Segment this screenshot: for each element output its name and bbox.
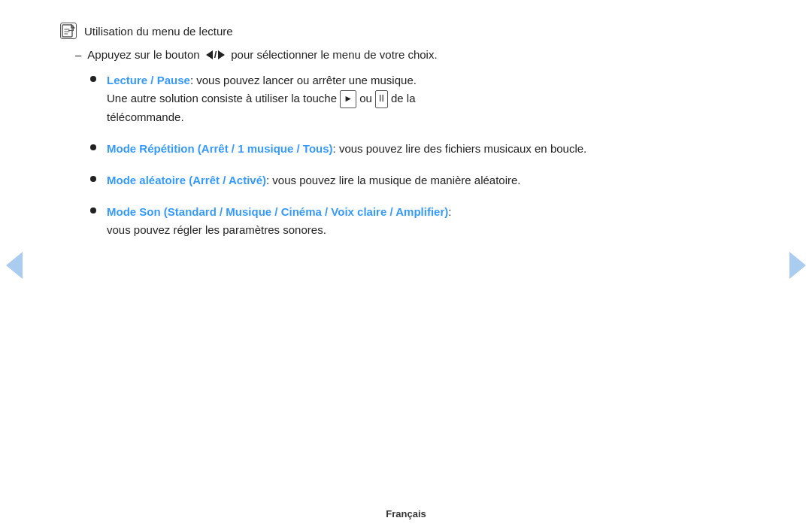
feature-label-son: Mode Son (Standard / Musique / Cinéma / … bbox=[107, 205, 448, 218]
play-button-icon: ► bbox=[340, 90, 356, 108]
feature-list: Lecture / Pause: vous pouvez lancer ou a… bbox=[90, 71, 752, 239]
dash-instruction: – Appuyez sur le bouton / pour sélection… bbox=[75, 48, 752, 61]
prev-page-arrow[interactable] bbox=[6, 252, 23, 279]
feature-text-lecture: : vous pouvez lancer ou arrêter une musi… bbox=[190, 74, 417, 86]
page-content: Utilisation du menu de lecture – Appuyez… bbox=[60, 23, 752, 492]
feature-text-aleatoire: : vous pouvez lire la musique de manière… bbox=[266, 174, 521, 186]
list-item: Mode Répétition (Arrêt / 1 musique / Tou… bbox=[90, 140, 752, 158]
svg-rect-0 bbox=[62, 25, 72, 37]
bullet-content-son: Mode Son (Standard / Musique / Cinéma / … bbox=[107, 203, 752, 239]
header-title: Utilisation du menu de lecture bbox=[84, 25, 233, 38]
header-line: Utilisation du menu de lecture bbox=[60, 23, 752, 39]
dash-text-after: pour sélectionner le menu de votre choix… bbox=[231, 48, 437, 61]
feature-label-aleatoire: Mode aléatoire (Arrêt / Activé) bbox=[107, 174, 266, 186]
bullet-dot bbox=[90, 76, 96, 82]
bullet-dot bbox=[90, 176, 96, 182]
feature-label-lecture: Lecture / Pause bbox=[107, 74, 190, 86]
right-arrow-icon bbox=[218, 50, 225, 59]
bullet-content-lecture: Lecture / Pause: vous pouvez lancer ou a… bbox=[107, 71, 752, 126]
dash-prefix: – bbox=[75, 48, 81, 61]
dash-text-before: Appuyez sur le bouton bbox=[87, 48, 199, 61]
language-label: Français bbox=[386, 508, 426, 519]
next-page-arrow[interactable] bbox=[789, 252, 806, 279]
bullet-dot bbox=[90, 207, 96, 214]
bullet-content-repetition: Mode Répétition (Arrêt / 1 musique / Tou… bbox=[107, 140, 752, 158]
list-item: Mode aléatoire (Arrêt / Activé): vous po… bbox=[90, 171, 752, 189]
footer: Français bbox=[0, 508, 812, 519]
bullet-dot bbox=[90, 144, 96, 150]
pause-button-icon: II bbox=[375, 90, 388, 108]
note-icon bbox=[60, 23, 77, 39]
feature-label-repetition: Mode Répétition (Arrêt / 1 musique / Tou… bbox=[107, 142, 333, 155]
feature-text-son: : bbox=[448, 205, 451, 218]
list-item: Lecture / Pause: vous pouvez lancer ou a… bbox=[90, 71, 752, 126]
inline-nav-arrows: / bbox=[206, 49, 226, 60]
bullet-content-aleatoire: Mode aléatoire (Arrêt / Activé): vous po… bbox=[107, 171, 752, 189]
list-item: Mode Son (Standard / Musique / Cinéma / … bbox=[90, 203, 752, 239]
feature-text-repetition: : vous pouvez lire des fichiers musicaux… bbox=[333, 142, 587, 155]
left-arrow-icon bbox=[206, 50, 213, 59]
